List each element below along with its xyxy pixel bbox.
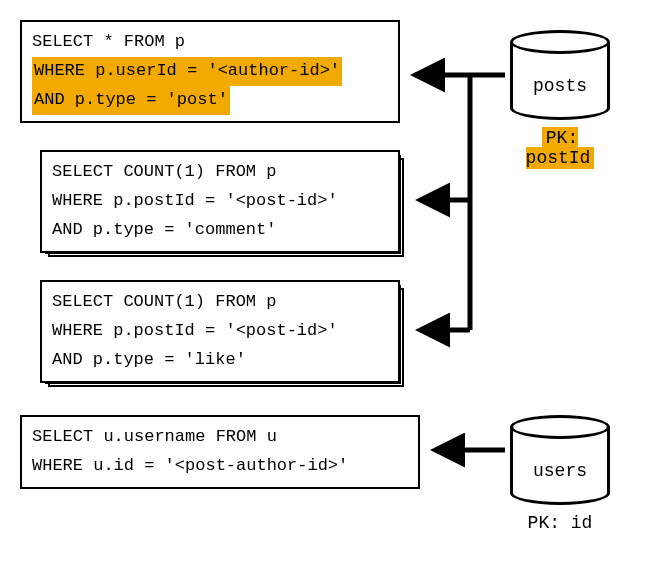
database-label: posts [510, 76, 610, 96]
cylinder-icon: posts [510, 30, 610, 120]
sql-line: WHERE p.postId = '<post-id>' [52, 187, 388, 216]
sql-line: AND p.type = 'like' [52, 346, 388, 375]
sql-line: SELECT u.username FROM u [32, 423, 408, 452]
sql-line-highlight: AND p.type = 'post' [32, 86, 230, 115]
cylinder-icon: users [510, 415, 610, 505]
database-label: users [510, 461, 610, 481]
sql-line: SELECT COUNT(1) FROM p [52, 158, 388, 187]
sql-line: SELECT * FROM p [32, 28, 388, 57]
sql-line: AND p.type = 'comment' [52, 216, 388, 245]
query-box-likes-count: SELECT COUNT(1) FROM p WHERE p.postId = … [40, 280, 400, 383]
sql-line: SELECT COUNT(1) FROM p [52, 288, 388, 317]
database-posts: posts PK: postId [510, 30, 610, 168]
query-box-posts: SELECT * FROM p WHERE p.userId = '<autho… [20, 20, 400, 123]
sql-line-highlight: WHERE p.userId = '<author-id>' [32, 57, 342, 86]
sql-line: WHERE u.id = '<post-author-id>' [32, 452, 408, 481]
database-users: users PK: id [510, 415, 610, 533]
query-box-comments-count: SELECT COUNT(1) FROM p WHERE p.postId = … [40, 150, 400, 253]
query-box-username: SELECT u.username FROM u WHERE u.id = '<… [20, 415, 420, 489]
pk-label: PK: postId [526, 127, 595, 169]
sql-line: WHERE p.postId = '<post-id>' [52, 317, 388, 346]
query-diagram: SELECT * FROM p WHERE p.userId = '<autho… [20, 20, 640, 560]
pk-label: PK: id [510, 513, 610, 533]
